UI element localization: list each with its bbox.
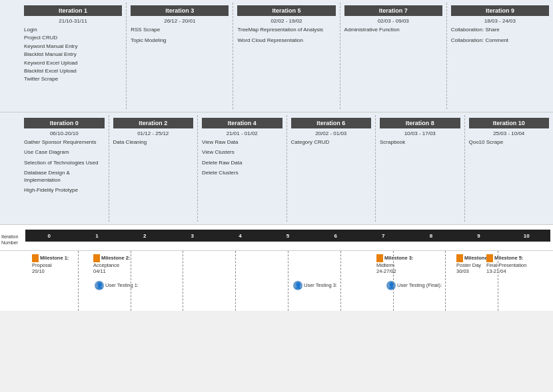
iteration-header-iter5: Iteration 5 <box>237 5 335 16</box>
top-row: Iteration 121/10-31/11LoginProject CRUDK… <box>0 0 553 112</box>
iteration-block-iter5: Iteration 502/02 - 19/02TreeMap Represen… <box>233 3 340 109</box>
iteration-header-iter2: Iteration 2 <box>113 118 194 128</box>
iteration-header-iter0: Iteration 0 <box>24 118 105 128</box>
dashed-divider-9 <box>498 251 498 311</box>
task-item: Delete Raw Data <box>202 160 282 166</box>
iteration-date-iter10: 25/03 - 10/04 <box>469 130 550 136</box>
timeline-number-3: 3 <box>169 233 217 239</box>
main-container: Iteration 121/10-31/11LoginProject CRUDK… <box>0 0 553 311</box>
iteration-block-iter0: Iteration 006/10-20/10Gather Sponsor Req… <box>20 115 109 222</box>
user-testing-utf: 👤User Testing (Final): <box>386 281 442 290</box>
task-item: Project CRUD <box>24 35 122 41</box>
milestone-flag-icon <box>32 254 39 262</box>
iteration-header-iter8: Iteration 8 <box>380 118 460 128</box>
user-testing-label: User Testing (Final): <box>397 282 442 288</box>
iteration-header-iter10: Iteration 10 <box>469 118 550 128</box>
task-item: Administrative Function <box>344 27 442 33</box>
timeline-number-4: 4 <box>217 233 265 239</box>
task-item: Gather Sponsor Requirements <box>24 139 105 146</box>
iteration-header-iter3: Iteration 3 <box>131 5 229 16</box>
milestone-m2: Milestone 2:Acceptance04/11 <box>93 254 130 274</box>
iteration-date-iter2: 01/12 - 25/12 <box>113 130 194 136</box>
task-item: View Clusters <box>202 149 282 156</box>
timeline-number-1: 1 <box>73 233 121 239</box>
milestone-name: Milestone 1: <box>40 255 69 261</box>
user-testing-label: User Testing 1: <box>105 282 139 288</box>
iteration-header-iter7: Iteration 7 <box>344 5 442 16</box>
task-item: Scrapbook <box>380 139 460 146</box>
timeline-row: IterationNumber 012345678910 <box>0 230 553 251</box>
iteration-block-iter4: Iteration 421/01 - 01/02View Raw DataVie… <box>198 115 287 222</box>
task-item: Database Design & Implementation <box>24 170 105 184</box>
timeline-number-6: 6 <box>312 233 360 239</box>
task-item: Topic Modeling <box>131 37 229 44</box>
iteration-block-iter9: Iteration 918/03 - 24/03Collaboration: S… <box>447 3 553 109</box>
iteration-number-label: IterationNumber <box>1 234 18 246</box>
iteration-block-iter3: Iteration 326/12 - 20/01RSS ScrapeTopic … <box>127 3 233 109</box>
milestone-date: 04/11 <box>93 268 106 274</box>
dashed-divider-7 <box>393 251 394 311</box>
milestone-flag-icon <box>376 254 383 262</box>
milestone-name: Milestone 2: <box>101 255 130 261</box>
task-item: Collaboration: Share <box>451 27 549 33</box>
iteration-block-iter1: Iteration 121/10-31/11LoginProject CRUDK… <box>20 3 127 109</box>
user-testing-icon: 👤 <box>293 281 302 290</box>
milestone-date: 13-21/04 <box>486 268 506 274</box>
user-testing-icon: 👤 <box>95 281 104 290</box>
task-item: RSS Scrape <box>131 27 229 33</box>
task-item: Delete Clusters <box>202 170 282 176</box>
task-item: Keyword Manual Entry <box>24 43 122 50</box>
milestone-date: 30/03 <box>456 268 469 274</box>
task-item: Collaboration: Comment <box>451 37 549 44</box>
user-testing-ut1: 👤User Testing 1: <box>95 281 139 290</box>
milestone-m3: Milestone 3:Midterm24-27/02 <box>376 254 413 274</box>
iteration-header-iter9: Iteration 9 <box>451 5 549 16</box>
milestone-date: 20/10 <box>32 268 45 274</box>
iteration-block-iter7: Iteration 702/03 - 09/03Administrative F… <box>340 3 447 109</box>
task-item: TreeMap Representation of Analysis <box>237 27 335 33</box>
timeline-number-2: 2 <box>121 233 169 239</box>
dashed-divider-8 <box>445 251 446 311</box>
milestone-flag-icon <box>456 254 463 262</box>
iteration-date-iter7: 02/03 - 09/03 <box>344 18 442 24</box>
iteration-header-iter4: Iteration 4 <box>202 118 282 128</box>
task-item: Twitter Scrape <box>24 76 122 83</box>
milestone-sub: Proposal <box>32 262 52 268</box>
task-item: Selection of Technologies Used <box>24 160 105 166</box>
task-item: Blacklist Manual Entry <box>24 51 122 58</box>
task-item: Word Cloud Representation <box>237 37 335 44</box>
timeline-number-5: 5 <box>264 233 312 239</box>
task-item: High-Fidelity Prototype <box>24 187 105 194</box>
iteration-date-iter4: 21/01 - 01/02 <box>202 130 282 136</box>
milestone-m5: Milestone 5:Final Presentation13-21/04 <box>486 254 526 274</box>
iteration-date-iter9: 18/03 - 24/03 <box>451 18 549 24</box>
dashed-divider-4 <box>235 251 236 311</box>
milestone-sub: Midterm <box>376 262 394 268</box>
iteration-header-iter6: Iteration 6 <box>291 118 372 128</box>
dashed-divider-2 <box>131 251 131 311</box>
timeline-number-9: 9 <box>455 233 503 239</box>
milestone-flag-icon <box>93 254 100 262</box>
iteration-block-iter2: Iteration 201/12 - 25/12Data Cleaning <box>109 115 199 222</box>
iteration-date-iter8: 10/03 - 17/03 <box>380 130 460 136</box>
iteration-block-iter8: Iteration 810/03 - 17/03Scrapbook <box>376 115 465 222</box>
task-item: Keyword Excel Upload <box>24 60 122 67</box>
timeline-number-8: 8 <box>407 233 455 239</box>
iteration-block-iter6: Iteration 620/02 - 01/03Category CRUD <box>287 115 376 222</box>
user-testing-ut3: 👤User Testing 3: <box>293 281 337 290</box>
timeline-number-7: 7 <box>359 233 407 239</box>
task-item: Category CRUD <box>291 139 372 146</box>
user-testing-icon: 👤 <box>386 281 396 290</box>
task-item: Qoo10 Scrape <box>469 139 550 146</box>
iteration-date-iter6: 20/02 - 01/03 <box>291 130 372 136</box>
milestone-sub: Poster Day <box>456 262 481 268</box>
milestone-sub: Acceptance <box>93 262 119 268</box>
task-item: Data Cleaning <box>113 139 194 146</box>
task-item: View Raw Data <box>202 139 282 146</box>
milestone-flag-icon <box>486 254 493 262</box>
task-item: Login <box>24 27 122 33</box>
task-item: Blacklist Excel Upload <box>24 68 122 75</box>
milestone-sub: Final Presentation <box>486 262 526 268</box>
user-testing-label: User Testing 3: <box>304 282 337 288</box>
milestones-row: Milestone 1:Proposal20/10Milestone 2:Acc… <box>0 251 553 311</box>
